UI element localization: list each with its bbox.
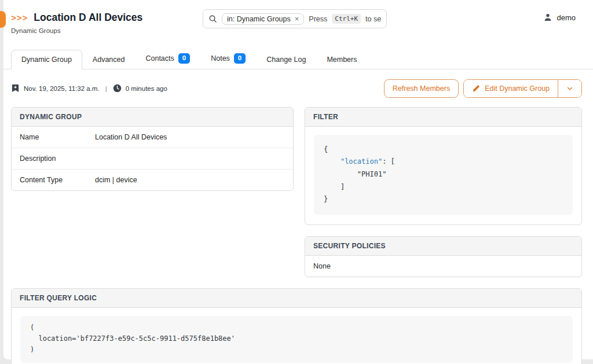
filter-panel-title: FILTER	[305, 108, 581, 127]
json-key: "location"	[341, 157, 382, 166]
filter-json-code: { "location": [ "PHI01" ] }	[314, 135, 573, 215]
tab-notes[interactable]: Notes 0	[200, 47, 256, 69]
filter-panel: FILTER { "location": [ "PHI01" ] }	[305, 107, 582, 225]
table-row-description: Description	[12, 148, 293, 170]
filter-query-logic-panel: FILTER QUERY LOGIC ( location='bf7227f3-…	[11, 288, 582, 364]
row-label: Description	[20, 155, 95, 163]
tab-label: Notes	[211, 54, 230, 62]
refresh-members-button[interactable]: Refresh Members	[384, 79, 459, 98]
tab-label: Advanced	[93, 56, 125, 64]
search-filter-tag[interactable]: in: Dynamic Groups ×	[222, 13, 304, 25]
tab-members[interactable]: Members	[316, 50, 367, 69]
timestamps: Nov. 19, 2025, 11:32 a.m. | 0 minutes ag…	[11, 84, 167, 93]
meta-separator: |	[104, 85, 109, 92]
tab-content: DYNAMIC GROUP Name Location D All Device…	[3, 107, 593, 364]
tab-dynamic-group[interactable]: Dynamic Group	[11, 50, 82, 69]
edit-button-label: Edit Dynamic Group	[485, 84, 550, 93]
chevron-down-icon	[566, 85, 573, 92]
edit-dropdown-toggle[interactable]	[558, 80, 581, 97]
security-policies-value: None	[305, 256, 581, 277]
breadcrumb-chevrons-icon[interactable]: >>>	[11, 13, 28, 23]
security-policies-panel-title: SECURITY POLICIES	[305, 237, 581, 256]
row-value: Location D All Devices	[95, 133, 167, 141]
sidebar-toggle-tab[interactable]	[0, 11, 6, 28]
dynamic-group-panel: DYNAMIC GROUP Name Location D All Device…	[11, 107, 294, 191]
action-buttons: Refresh Members Edit Dynamic Group	[384, 79, 582, 98]
tab-contacts[interactable]: Contacts 0	[135, 47, 200, 69]
row-label: Name	[20, 133, 95, 141]
search-placeholder-suffix: to se	[365, 15, 381, 23]
detail-tabs: Dynamic Group Advanced Contacts 0 Notes …	[3, 47, 593, 69]
tab-change-log[interactable]: Change Log	[256, 50, 316, 69]
search-filter-tag-label: in: Dynamic Groups	[227, 15, 291, 23]
filter-query-logic-code: ( location='bf7227f3-e59c-5c5c-9911-d575…	[20, 316, 573, 363]
row-value: dcim | device	[95, 176, 137, 184]
user-icon	[543, 13, 552, 22]
bookmark-icon	[11, 84, 20, 93]
contacts-count-badge: 0	[178, 53, 190, 64]
user-menu[interactable]: demo	[543, 13, 576, 22]
global-search-input[interactable]: in: Dynamic Groups × Press Ctrl+K to se	[203, 9, 387, 28]
last-updated: 0 minutes ago	[126, 85, 167, 92]
tab-advanced[interactable]: Advanced	[82, 50, 136, 69]
edit-split-button: Edit Dynamic Group	[463, 79, 582, 98]
edit-dynamic-group-button[interactable]: Edit Dynamic Group	[464, 80, 558, 97]
search-icon	[208, 14, 217, 23]
dynamic-group-panel-title: DYNAMIC GROUP	[12, 108, 293, 127]
search-kbd-shortcut: Ctrl+K	[332, 14, 361, 24]
tab-label: Contacts	[145, 54, 174, 62]
clock-icon	[113, 84, 122, 93]
table-row-name: Name Location D All Devices	[12, 127, 293, 148]
page-title: Location D All Devices	[34, 12, 142, 24]
table-row-content-type: Content Type dcim | device	[12, 170, 293, 190]
row-label: Content Type	[20, 176, 95, 184]
page-header: >>> Location D All Devices Dynamic Group…	[3, 0, 593, 46]
created-date: Nov. 19, 2025, 11:32 a.m.	[24, 85, 100, 92]
notes-count-badge: 0	[234, 53, 246, 64]
object-toolbar: Nov. 19, 2025, 11:32 a.m. | 0 minutes ag…	[3, 69, 593, 107]
username: demo	[557, 13, 576, 22]
tab-label: Members	[327, 56, 357, 64]
pencil-icon	[472, 84, 480, 93]
remove-filter-icon[interactable]: ×	[295, 15, 299, 23]
filter-query-logic-title: FILTER QUERY LOGIC	[12, 289, 581, 308]
search-placeholder-press: Press	[309, 15, 327, 23]
tab-label: Dynamic Group	[21, 56, 72, 64]
tab-label: Change Log	[266, 56, 306, 64]
main-content-card: >>> Location D All Devices Dynamic Group…	[3, 0, 593, 359]
security-policies-panel: SECURITY POLICIES None	[305, 236, 582, 277]
